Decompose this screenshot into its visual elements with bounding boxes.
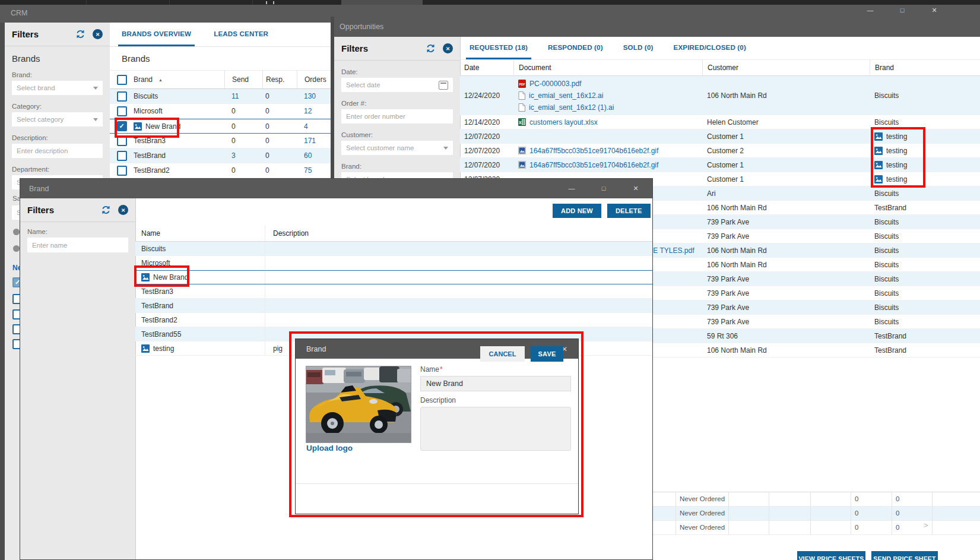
document-name[interactable]: PC-0000003.pdf — [529, 80, 581, 88]
tab-sold[interactable]: SOLD (0) — [620, 37, 657, 59]
document-link[interactable]: 164a67ff5bcc03b51ce91704b616eb2f.gif — [518, 145, 702, 157]
radio-button[interactable] — [13, 229, 20, 235]
customer-filter-select[interactable]: Select customer name — [341, 141, 453, 155]
table-row[interactable]: Never Ordered00 — [653, 521, 980, 535]
table-row[interactable]: 12/24/2020PDFPC-0000003.pdfic_emial_sent… — [460, 76, 980, 115]
close-icon[interactable]: ✕ — [928, 7, 941, 14]
filter-section-title: Brands — [12, 53, 103, 64]
table-row[interactable]: 12/07/2020164a67ff5bcc03b51ce91704b616eb… — [460, 144, 980, 158]
table-row[interactable]: ✓New Brand004 — [110, 119, 331, 134]
table-row[interactable]: Never Ordered00 — [653, 507, 980, 521]
name-filter-input[interactable]: Enter name — [27, 238, 128, 252]
table-row[interactable]: 12/07/2020Customer 1testing — [460, 129, 980, 144]
brand-name-cell: Biscuits — [134, 92, 224, 100]
radio-button[interactable] — [13, 245, 20, 252]
cancel-button[interactable]: CANCEL — [480, 346, 525, 362]
row-checkbox[interactable]: ✓ — [117, 121, 127, 131]
document-link[interactable]: IE TYLES.pdf — [651, 245, 702, 257]
date-filter-input[interactable]: Select date — [341, 78, 453, 92]
taskbar-active-tab[interactable] — [341, 0, 423, 5]
row-checkbox[interactable] — [117, 91, 127, 102]
select-all-checkbox[interactable] — [117, 75, 127, 85]
table-row[interactable]: TestBran300171 — [110, 134, 331, 148]
description-filter-input[interactable]: Enter description — [12, 144, 103, 158]
table-row[interactable]: 12/07/2020164a67ff5bcc03b51ce91704b616eb… — [460, 158, 980, 172]
close-icon[interactable]: ✕ — [627, 185, 644, 192]
send-price-sheet-button[interactable]: SEND PRICE SHEET — [871, 551, 938, 560]
brand-dialog: Brand ✕ — [295, 338, 579, 514]
name-field[interactable]: New Brand — [420, 376, 571, 391]
add-new-button[interactable]: ADD NEW — [553, 204, 601, 218]
column-header-description[interactable]: Description — [265, 225, 652, 241]
minimize-icon[interactable]: — — [563, 185, 580, 192]
document-link[interactable]: ic_emial_sent_16x12 (1).ai — [518, 102, 702, 113]
column-header-name[interactable]: Name — [135, 229, 265, 238]
delete-button[interactable]: DELETE — [607, 204, 651, 218]
brand-name: Biscuits — [874, 289, 899, 298]
brand-filter-select[interactable]: Select brand — [12, 81, 103, 95]
chevron-right-icon[interactable]: > — [924, 521, 928, 530]
table-row[interactable]: TestBrand2 — [135, 313, 652, 327]
brand-description-cell — [265, 242, 652, 255]
document-name[interactable]: ic_emial_sent_16x12.ai — [529, 91, 603, 100]
column-header-brand[interactable]: Brand — [134, 75, 153, 84]
brand-name: TestBrand55 — [141, 330, 181, 338]
document-name[interactable]: 164a67ff5bcc03b51ce91704b616eb2f.gif — [529, 161, 658, 169]
view-price-sheets-button[interactable]: VIEW PRICE SHEETS — [797, 551, 865, 560]
brand-image-icon — [134, 122, 142, 131]
status-cell: Never Ordered — [680, 510, 725, 517]
table-row[interactable]: Never Ordered00 — [653, 492, 980, 507]
table-row[interactable]: TestBran3 — [135, 284, 652, 299]
clear-filters-icon[interactable]: ✕ — [93, 29, 103, 39]
document-link[interactable]: PDFPC-0000003.pdf — [518, 78, 702, 90]
table-row[interactable]: 12/14/2020Xcustomers layout.xlsxHelen Cu… — [460, 115, 980, 129]
table-row[interactable]: New Brand — [135, 270, 652, 284]
row-checkbox[interactable] — [117, 166, 127, 176]
clear-filters-icon[interactable]: ✕ — [443, 43, 453, 53]
table-row[interactable]: TestBrand — [135, 299, 652, 313]
column-header-customer[interactable]: Customer — [702, 60, 870, 75]
maximize-icon[interactable]: □ — [595, 185, 612, 192]
refresh-icon[interactable] — [75, 29, 86, 40]
row-checkbox[interactable] — [117, 136, 127, 146]
maximize-icon[interactable]: □ — [896, 7, 909, 14]
tab-expired-closed[interactable]: EXPIRED/CLOSED (0) — [670, 37, 750, 59]
brand-name: testing — [153, 344, 174, 353]
brand-name-cell: TestBrand2 — [135, 316, 265, 324]
table-row[interactable]: TestBrand3060 — [110, 148, 331, 163]
column-header-send[interactable]: Send — [224, 71, 262, 88]
description-field[interactable] — [420, 407, 571, 451]
column-header-brand[interactable]: Brand — [870, 60, 980, 75]
column-header-resp[interactable]: Resp. — [262, 71, 297, 88]
column-header-date[interactable]: Date — [460, 64, 513, 72]
column-header-document[interactable]: Document — [513, 60, 702, 75]
document-name[interactable]: IE TYLES.pdf — [651, 246, 694, 255]
document-link[interactable]: 164a67ff5bcc03b51ce91704b616eb2f.gif — [518, 159, 702, 171]
save-button[interactable]: SAVE — [531, 346, 563, 362]
clear-filters-icon[interactable]: ✕ — [118, 205, 128, 215]
column-header-orders[interactable]: Orders — [297, 71, 331, 88]
document-link[interactable]: ic_emial_sent_16x12.ai — [518, 90, 702, 102]
tab-brands-overview[interactable]: BRANDS OVERVIEW — [118, 23, 195, 46]
calendar-icon[interactable] — [439, 81, 448, 90]
tab-responded[interactable]: RESPONDED (0) — [544, 37, 607, 59]
document-name[interactable]: ic_emial_sent_16x12 (1).ai — [529, 103, 614, 112]
order-filter-input[interactable]: Enter order number — [341, 109, 453, 124]
category-filter-select[interactable]: Select category — [12, 112, 103, 126]
tab-leads-center[interactable]: LEADS CENTER — [210, 23, 272, 46]
table-row[interactable]: Microsoft — [135, 256, 652, 270]
row-checkbox[interactable] — [117, 106, 127, 116]
refresh-icon[interactable] — [425, 43, 436, 54]
table-row[interactable]: TestBrand20075 — [110, 163, 331, 178]
upload-logo-link[interactable]: Upload logo — [306, 444, 353, 453]
refresh-icon[interactable] — [100, 204, 112, 216]
table-row[interactable]: Biscuits110130 — [110, 89, 331, 104]
tab-requested[interactable]: REQUESTED (18) — [466, 37, 531, 59]
document-name[interactable]: customers layout.xlsx — [529, 118, 598, 126]
table-row[interactable]: Biscuits — [135, 242, 652, 256]
table-row[interactable]: Microsoft0012 — [110, 104, 331, 119]
document-name[interactable]: 164a67ff5bcc03b51ce91704b616eb2f.gif — [529, 147, 658, 155]
document-link[interactable]: Xcustomers layout.xlsx — [518, 116, 702, 128]
minimize-icon[interactable]: — — [864, 7, 877, 14]
row-checkbox[interactable] — [117, 151, 127, 161]
